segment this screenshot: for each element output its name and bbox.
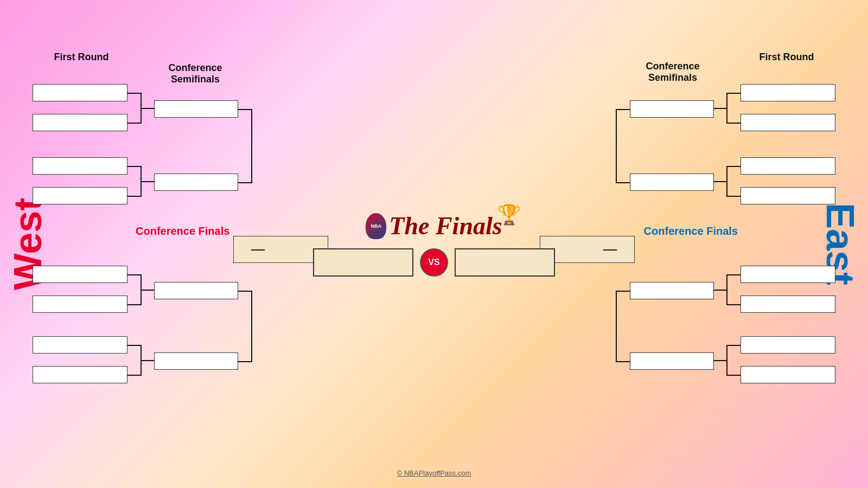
w-semi-line1	[238, 109, 252, 110]
the-finals-text: The Finals	[389, 212, 502, 240]
w-r1-slot3	[33, 157, 127, 175]
finals-west-slot	[313, 248, 413, 277]
e-line-r1-5	[727, 274, 741, 275]
w-semi-line2	[238, 182, 252, 183]
e-line-r1-1	[727, 93, 741, 94]
e-semi-slot4	[630, 352, 714, 370]
copyright-text: © NBAPlayoffPass.com	[397, 469, 471, 477]
e-r1-slot5	[741, 266, 835, 283]
e-line-r1-2	[727, 123, 741, 124]
e-r1-slot6	[741, 296, 835, 313]
w-line-mid3	[141, 290, 154, 291]
w-r1-slot5	[33, 266, 127, 283]
w-line-r1-3	[127, 166, 141, 167]
e-semi-line1	[616, 109, 630, 110]
west-first-round-header: First Round	[33, 52, 130, 63]
w-semi-v1	[251, 109, 252, 183]
finals-logo-area: NBA The Finals 🏆	[366, 211, 502, 240]
w-line-r1-2	[127, 123, 141, 124]
e-semi-slot3	[630, 282, 714, 299]
e-semi-mid2	[603, 249, 617, 251]
e-line-mid4	[714, 360, 727, 361]
e-semi-v1	[616, 109, 617, 183]
the-finals-text-area: The Finals 🏆	[389, 211, 502, 240]
w-semi-slot2	[154, 174, 238, 191]
e-semi-v2	[616, 291, 617, 362]
e-semi-slot1	[630, 100, 714, 118]
nba-logo-icon: NBA	[366, 213, 386, 239]
trophy-icon: 🏆	[497, 203, 521, 226]
e-r1-slot4	[741, 187, 835, 204]
w-line-mid4	[141, 360, 154, 361]
center-finals-area: NBA The Finals 🏆 VS	[313, 211, 555, 277]
e-line-mid3	[714, 290, 727, 291]
w-line-r1-7	[127, 345, 141, 346]
bracket-container: West East First Round ConferenceSemifina…	[0, 0, 868, 488]
e-r1-slot8	[741, 366, 835, 383]
w-semi-slot1	[154, 100, 238, 118]
w-line-r1-5	[127, 274, 141, 275]
w-line-mid2	[141, 181, 154, 182]
e-semi-line2	[616, 182, 630, 183]
w-semi-slot4	[154, 352, 238, 370]
e-line-r1-4	[727, 196, 741, 197]
w-r1-slot8	[33, 366, 127, 383]
west-conf-finals-label: Conference Finals	[136, 225, 229, 237]
west-conf-semis-header: ConferenceSemifinals	[152, 62, 239, 85]
w-semi-line3	[238, 291, 252, 292]
w-semi-mid2	[251, 249, 265, 251]
east-first-round-header: First Round	[738, 52, 835, 63]
e-semi-slot2	[630, 174, 714, 191]
e-line-r1-8	[727, 375, 741, 376]
w-line-r1-1	[127, 93, 141, 94]
finals-east-slot	[455, 248, 555, 277]
w-line-r1-6	[127, 304, 141, 305]
e-line-mid1	[714, 108, 727, 109]
w-line-mid1	[141, 108, 154, 109]
w-line-r1-8	[127, 375, 141, 376]
e-r1-slot3	[741, 157, 835, 175]
e-line-mid2	[714, 181, 727, 182]
east-conf-finals-label: Conference Finals	[644, 225, 738, 237]
e-r1-slot7	[741, 336, 835, 354]
w-semi-v2	[251, 291, 252, 362]
e-r1-slot2	[741, 114, 835, 131]
e-r1-slot1	[741, 84, 835, 101]
e-line-r1-7	[727, 345, 741, 346]
east-conf-semis-header: ConferenceSemifinals	[629, 61, 716, 84]
e-semi-line3	[616, 291, 630, 292]
e-semi-line4	[616, 361, 630, 362]
w-semi-slot3	[154, 282, 238, 299]
w-r1-slot2	[33, 114, 127, 131]
w-r1-slot7	[33, 336, 127, 354]
w-r1-slot4	[33, 187, 127, 204]
w-line-r1-4	[127, 196, 141, 197]
w-semi-line4	[238, 361, 252, 362]
w-r1-slot6	[33, 296, 127, 313]
vs-circle: VS	[420, 248, 448, 277]
finals-matchup-row: VS	[313, 248, 555, 277]
e-line-r1-3	[727, 166, 741, 167]
w-r1-slot1	[33, 84, 127, 101]
e-line-r1-6	[727, 304, 741, 305]
